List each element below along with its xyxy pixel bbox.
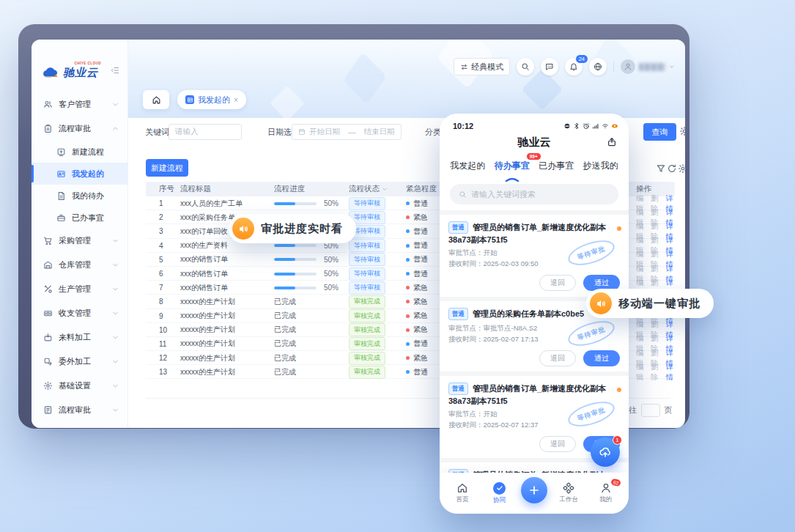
phone-nav-3[interactable]: 工作台 [553,482,584,504]
sidebar-subitem-1-0[interactable]: 新建流程 [32,141,127,163]
phone-app-title: 驰业云 [440,136,629,153]
cell-status: 等待审核 [349,253,385,267]
approval-card-list: 普通管理员的销售订单_新增速度优化副本38a73副本751f5等待审批审批节点：… [440,210,629,474]
chevron-down-icon [112,310,119,317]
tab-my-initiated[interactable]: 我发起的 × [177,90,246,109]
cell-status: 等待审核 [349,196,385,210]
phone-nav-4[interactable]: 我的62 [591,482,621,504]
warehouse-icon [43,260,53,270]
home-tab-button[interactable] [143,90,169,109]
share-icon[interactable] [607,137,617,147]
sidebar-item-4[interactable]: 生产管理 [32,277,127,301]
priority-badge: 普通 [448,383,468,395]
chevron-down-icon [112,237,119,244]
todo-icon [56,191,66,201]
priority-badge: 普通 [448,308,468,320]
sidebar-subitem-label: 已办事宜 [72,213,119,223]
delete-link[interactable]: 删除 [651,362,659,383]
sidebar-subitem-1-1[interactable]: 我发起的 [32,163,127,185]
sidebar-item-3[interactable]: 仓库管理 [32,253,127,277]
calendar-icon [298,128,306,136]
sidebar-subitem-1-2[interactable]: 我的待办 [32,185,127,207]
refresh-icon[interactable] [667,163,677,174]
filter-funnel-icon[interactable] [656,163,666,174]
phone-nav-0[interactable]: 首页 [447,482,478,504]
cell-progress: 已完成 [274,337,296,351]
cell-title: xxx人员的生产工单 [180,196,243,210]
classic-mode-button[interactable]: 经典模式 [454,58,510,75]
sidebar-item-5[interactable]: 收支管理 [32,301,127,325]
chevron-down-icon [669,64,675,70]
detail-link[interactable]: 详情 [666,362,675,383]
sidebar-item-2[interactable]: 采购管理 [32,229,127,253]
cell-progress: 已完成 [274,351,296,365]
phone-search-input[interactable]: 请输入关键词搜索 [450,184,618,204]
language-button[interactable] [589,58,607,75]
column-header-3[interactable]: 流程状态 [349,182,388,196]
sidebar-item-9[interactable]: 流程审批 [32,398,127,422]
sidebar-subitem-1-3[interactable]: 已办事宜 [32,207,127,229]
cell-no: 10 [159,323,167,337]
sidebar-item-6[interactable]: 来料加工 [32,325,127,350]
date-range-input[interactable]: 开始日期 — 结束日期 [292,124,402,140]
sidebar-collapse-icon[interactable] [110,66,120,75]
sidebar-item-8[interactable]: 基础设置 [32,374,127,398]
sidebar-item-label: 基础设置 [59,380,112,391]
speaker-icon [590,292,612,314]
phone-tab-3[interactable]: 抄送我的 [583,158,618,178]
reject-button[interactable]: 退回 [539,275,576,291]
user-menu[interactable] [621,59,675,74]
cell-actions: 编辑删除详情 [636,365,675,379]
bluetooth-icon [573,122,580,130]
sidebar-subitem-label: 我的待办 [72,191,119,202]
status-badge: 等待审核 [349,197,385,210]
done-case-icon [56,213,66,223]
phone-add-button[interactable] [521,477,547,503]
cell-status: 审核完成 [349,295,385,309]
phone-tab-1[interactable]: 待办事宜99+ [495,158,530,178]
sidebar-item-1[interactable]: 流程审批 [32,117,127,141]
messages-button[interactable] [541,58,558,75]
search-icon [521,62,530,71]
alarm-icon [583,122,590,130]
cell-urgency: 紧急 [406,309,428,323]
sidebar-subitem-label: 我发起的 [72,169,119,180]
phone-tab-2[interactable]: 已办事宜 [539,158,574,178]
sidebar-item-7[interactable]: 委外加工 [32,350,127,374]
cell-urgency: 普通 [406,239,428,253]
cell-no: 5 [159,253,163,267]
cell-progress: 已完成 [274,323,296,337]
table-settings-gear-icon[interactable] [678,163,685,174]
cloud-sync-fab[interactable]: 1 [591,437,620,467]
reject-button[interactable]: 退回 [539,436,576,452]
callout-mobile-text: 移动端一键审批 [618,297,700,311]
eye-icon [611,122,618,130]
cell-no: 9 [159,309,163,323]
sidebar-item-0[interactable]: 客户管理 [32,92,127,117]
query-button[interactable]: 查询 [643,123,676,141]
signal-icon [592,122,599,130]
callout-progress: 审批进度实时看 [229,214,356,243]
notifications-button[interactable]: 24 [565,58,583,75]
globe-icon [594,62,602,71]
edit-link[interactable]: 编辑 [636,362,645,383]
reject-button[interactable]: 退回 [539,350,576,366]
page-number-input[interactable] [641,404,660,417]
dnd-icon [563,122,571,130]
new-process-button[interactable]: 新建流程 [146,159,188,177]
close-tab-icon[interactable]: × [234,96,238,104]
wifi-icon [602,122,609,130]
brand-name: 驰业云 CHIYE CLOUD [63,66,98,80]
phone-nav-1[interactable]: 协同 [484,482,515,505]
filter-settings-gear-icon[interactable] [679,126,685,136]
phone-tab-0[interactable]: 我发起的 [450,158,485,178]
keyword-input[interactable]: 请输入 [169,124,242,140]
cell-no: 7 [159,281,163,295]
approve-button[interactable]: 通过 [583,350,620,366]
cell-status: 审核完成 [349,323,385,337]
chevron-down-icon [112,286,119,292]
status-badge: 等待审核 [349,267,385,281]
approval-card-0[interactable]: 普通管理员的销售订单_新增速度优化副本38a73副本751f5等待审批审批节点：… [440,215,629,297]
search-button[interactable] [517,58,534,75]
sidebar-item-label: 客户管理 [59,99,112,110]
